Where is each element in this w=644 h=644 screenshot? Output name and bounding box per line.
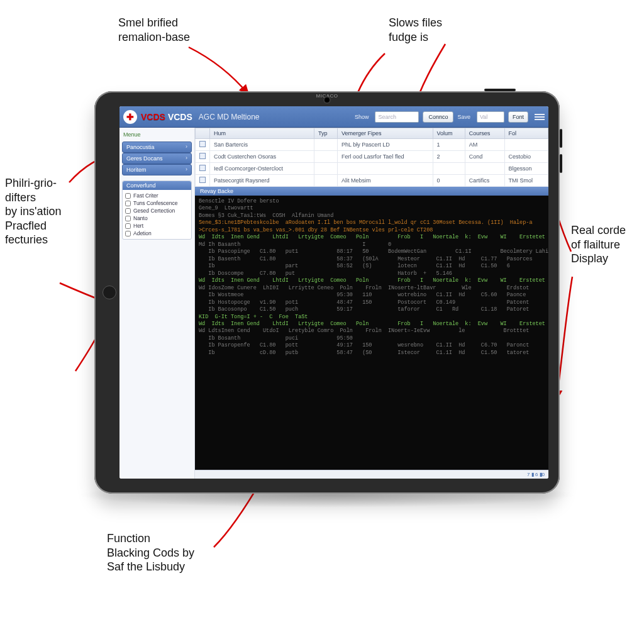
annotation-bottom: Function Blacking Cods by Saf the Lisbud…	[107, 531, 194, 574]
cell	[338, 163, 433, 175]
cell: AM	[465, 139, 504, 151]
brand-a: VCDS	[141, 112, 165, 122]
cell: Cond	[465, 151, 504, 163]
row-icon	[199, 177, 206, 183]
cell: PhL bły Pascert LD	[338, 139, 433, 151]
sidebar-check-3[interactable]: Nanto	[125, 214, 189, 222]
value-input[interactable]: Val	[477, 111, 504, 123]
cell	[196, 151, 210, 163]
brand-b: VCDS	[168, 112, 192, 122]
status-bar: 7 ▮ 6 ▮0	[195, 470, 548, 479]
cell: Cestobio	[504, 151, 548, 163]
table-row[interactable]: San BartercisPhL bły Pascert LD1AM	[196, 139, 548, 151]
row-icon	[199, 165, 206, 171]
volume-down[interactable]	[560, 154, 562, 173]
home-button[interactable]	[103, 286, 116, 299]
cell	[196, 175, 210, 187]
col-4[interactable]: Volum	[433, 128, 465, 139]
cell	[433, 163, 465, 175]
volume-up[interactable]	[560, 129, 562, 148]
app-header: ✚ VCDS VCDS AGC MD Meltione Show Search …	[119, 106, 548, 128]
cell: Blgesson	[504, 163, 548, 175]
header-save-link[interactable]: Save	[457, 114, 470, 120]
cell: San Bartercis	[210, 139, 314, 151]
sidebar-check-0[interactable]: Fast Criter	[125, 192, 189, 199]
cell: Codt Custerchen Osoras	[210, 151, 314, 163]
cell: TMI Smol	[504, 175, 548, 187]
col-2[interactable]: Typ	[314, 128, 337, 139]
cell: Ferl ood Lasrfor Tael fled	[338, 151, 433, 163]
col-6[interactable]: Fol	[504, 128, 548, 139]
font-button[interactable]: Font	[508, 111, 528, 123]
col-0[interactable]	[196, 128, 210, 139]
sidebar-check-4[interactable]: Hert	[125, 222, 189, 230]
sidebar-check-5[interactable]: Adetion	[125, 230, 189, 237]
sidebar-nav-1[interactable]: Geres Docans	[122, 153, 192, 164]
cell	[504, 139, 548, 151]
cell: Cartifics	[465, 175, 504, 187]
cell: Alit Mebsim	[338, 175, 433, 187]
cell	[196, 163, 210, 175]
table-row[interactable]: Patsecorgtit RaysnerdAlit Mebsim0Cartifi…	[196, 175, 548, 187]
annotation-top-left: Smel brified remalion-base	[118, 16, 190, 44]
col-1[interactable]: Hum	[210, 128, 314, 139]
annotation-top-right: Slows files fudge is	[389, 16, 442, 44]
header-subtitle: AGC MD Meltione	[199, 113, 260, 121]
screen: ✚ VCDS VCDS AGC MD Meltione Show Search …	[119, 106, 548, 479]
table-row[interactable]: Codt Custerchen OsorasFerl ood Lasrfor T…	[196, 151, 548, 163]
row-icon	[199, 141, 206, 147]
logo-icon: ✚	[123, 110, 137, 124]
cell	[314, 175, 337, 187]
cell	[314, 151, 337, 163]
sidebar: Menue PanocustiaGeres DocansHoritem Conv…	[119, 128, 195, 479]
power-button[interactable]	[484, 89, 516, 91]
sidebar-title: Menue	[122, 130, 192, 139]
value-placeholder: Val	[480, 114, 487, 120]
cell: Iedl Coomcorger-Ostercloct	[210, 163, 314, 175]
main-area: HumTypVemerger FipesVolumCoursesFol San …	[195, 128, 548, 479]
sidebar-panel: Converfund Fast CriterTuns ConfescenceGe…	[122, 180, 192, 240]
status-text: 7 ▮ 6 ▮0	[527, 472, 545, 477]
row-icon	[199, 153, 206, 159]
tablet-frame: MICACO ✚ VCDS VCDS AGC MD Meltione Show …	[94, 91, 560, 494]
menu-icon[interactable]	[535, 114, 545, 120]
cell: 0	[433, 175, 465, 187]
cell	[314, 163, 337, 175]
table-row[interactable]: Iedl Coomcorger-OstercloctBlgesson	[196, 163, 548, 175]
cell: 1	[433, 139, 465, 151]
search-input[interactable]: Search	[375, 111, 419, 123]
annotation-left: Philri-grio- difters by ins'ation Pracfl…	[5, 176, 62, 247]
col-3[interactable]: Vemerger Fipes	[338, 128, 433, 139]
terminal-output[interactable]: Bensctle IV Dofere berstoGene_9 Ltwovart…	[195, 196, 548, 470]
cell	[196, 139, 210, 151]
results-table: HumTypVemerger FipesVolumCoursesFol San …	[195, 128, 548, 187]
cell: 2	[433, 151, 465, 163]
cell	[465, 163, 504, 175]
cell	[314, 139, 337, 151]
sidebar-check-2[interactable]: Gesed Certection	[125, 207, 189, 214]
sidebar-nav-2[interactable]: Horitem	[122, 164, 192, 175]
cell: Patsecorgtit Raysnerd	[210, 175, 314, 187]
annotation-right: Real corde of flailture Display	[571, 223, 626, 266]
header-show-link[interactable]: Show	[355, 114, 369, 120]
sidebar-nav-0[interactable]: Panocustia	[122, 142, 192, 153]
sidebar-panel-title: Converfund	[123, 181, 191, 190]
col-5[interactable]: Courses	[465, 128, 504, 139]
camera-dot	[325, 97, 330, 103]
search-placeholder: Search	[378, 114, 396, 120]
terminal-title: Revay Backe	[195, 187, 548, 196]
connect-button[interactable]: Connco	[423, 111, 453, 123]
sidebar-check-1[interactable]: Tuns Confescence	[125, 199, 189, 207]
